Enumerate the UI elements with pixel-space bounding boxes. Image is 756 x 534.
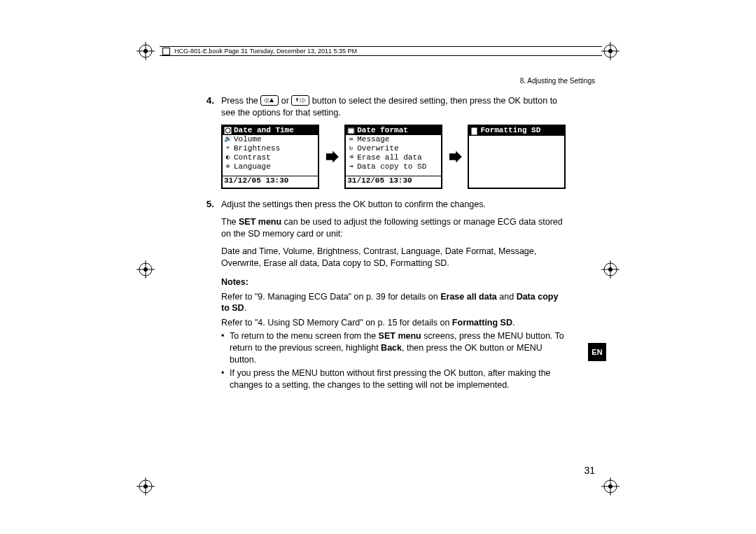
text: The SET menu can be used to adjust the f… [221,216,566,240]
registration-mark-icon [601,42,620,60]
document-header: HCG-801-E.book Page 31 Tuesday, December… [160,46,602,56]
svg-marker-27 [296,98,298,102]
erase-icon: ⌫ [347,154,355,162]
manual-page: HCG-801-E.book Page 31 Tuesday, December… [0,0,756,534]
bullet-icon: • [221,367,227,391]
step-number: 4. [200,95,214,119]
bullet-icon: • [221,330,227,366]
text: . [244,303,246,313]
screen-title: Formatting SD [480,127,540,135]
screens-row: Date and Time 🔊Volume ☀Brightness ◐Contr… [221,125,566,190]
text: To return to the menu screen from the SE… [230,330,566,366]
sd-card-icon [470,127,478,135]
bold-text: SET menu [239,217,281,227]
svg-point-23 [608,267,612,272]
copy-icon: ⇥ [347,163,355,171]
globe-icon: ⊕ [224,163,232,171]
overwrite-icon: ↻ [347,145,355,153]
book-icon [162,48,170,55]
page-number: 31 [584,465,595,476]
lcd-screen-3: Formatting SD [468,125,566,189]
svg-point-3 [144,49,148,53]
svg-point-15 [608,484,612,489]
registration-mark-icon [601,477,620,496]
note-line: Refer to "9. Managing ECG Data" on p. 39… [221,291,566,315]
svg-rect-36 [472,128,477,134]
text: Refer to "4. Using SD Memory Card" on p.… [221,318,452,328]
bullet-item: • If you press the MENU button without f… [221,367,566,391]
registration-mark-icon [136,42,155,60]
content-area: 4. Press the or button to select the des… [200,95,566,397]
text: Press the [221,96,260,106]
speaker-icon: 🔊 [224,136,232,143]
step-body: Adjust the settings then press the OK bu… [221,199,566,391]
language-badge: EN [588,343,606,361]
svg-point-19 [144,267,148,272]
calendar-icon [347,127,355,134]
step-number: 5. [200,199,214,391]
bold-text: Back [381,343,402,353]
section-title: 8. Adjusting the Settings [520,77,595,85]
bold-text: SET menu [379,331,421,341]
screen-footer: 31/12/05 13:30 [223,176,318,188]
svg-marker-32 [326,151,338,163]
text: If you press the MENU button without fir… [230,367,566,391]
text: Refer to "9. Managing ECG Data" on p. 39… [221,292,440,302]
sun-icon: ☀ [224,145,232,153]
screen-footer [469,176,564,188]
text: . [512,318,514,328]
lcd-screen-1: Date and Time 🔊Volume ☀Brightness ◐Contr… [221,125,319,190]
text: Date and Time, Volume, Brightness, Contr… [221,246,566,269]
menu-item: Message [357,136,389,144]
text: To return to the menu screen from the [230,331,379,341]
header-text: HCG-801-E.book Page 31 Tuesday, December… [174,48,357,55]
arrow-right-icon [448,149,463,164]
registration-mark-icon [136,477,155,496]
screen-title: Date and Time [234,127,294,135]
note-line: Refer to "4. Using SD Memory Card" on p.… [221,317,566,329]
menu-item: Brightness [234,145,280,153]
left-up-button-icon [260,95,279,106]
menu-item: Contrast [234,154,271,162]
menu-item: Overwrite [357,145,398,153]
step-body: Press the or button to select the desire… [221,95,566,119]
text: Adjust the settings then press the OK bu… [221,199,566,211]
message-icon: ✉ [347,136,355,143]
svg-point-7 [608,49,612,53]
clock-icon [224,127,232,134]
step-4: 4. Press the or button to select the des… [200,95,566,119]
step-5: 5. Adjust the settings then press the OK… [200,199,566,391]
text: and [497,292,517,302]
text: or [281,96,292,106]
svg-marker-35 [449,151,462,163]
svg-rect-33 [348,128,354,134]
bold-text: Formatting SD [452,318,512,328]
menu-item: Erase all data [357,154,421,162]
lcd-screen-2: Date format ✉Message ↻Overwrite ⌫Erase a… [344,125,442,190]
screen-footer: 31/12/05 13:30 [346,176,441,188]
registration-mark-icon [136,260,155,279]
menu-item: Data copy to SD [357,163,426,171]
menu-item: Language [234,163,271,171]
svg-marker-26 [270,98,274,102]
down-right-button-icon [291,95,309,106]
notes-heading: Notes: [221,276,566,288]
svg-marker-24 [264,98,267,102]
screen-title: Date format [357,127,408,135]
text: The [221,217,239,227]
bullet-item: • To return to the menu screen from the … [221,330,566,366]
arrow-right-icon [325,149,340,164]
bold-text: Erase all data [440,292,497,302]
svg-marker-29 [302,98,306,102]
menu-item: Volume [234,136,262,144]
registration-mark-icon [601,260,620,279]
contrast-icon: ◐ [224,154,232,162]
svg-point-11 [144,484,148,489]
